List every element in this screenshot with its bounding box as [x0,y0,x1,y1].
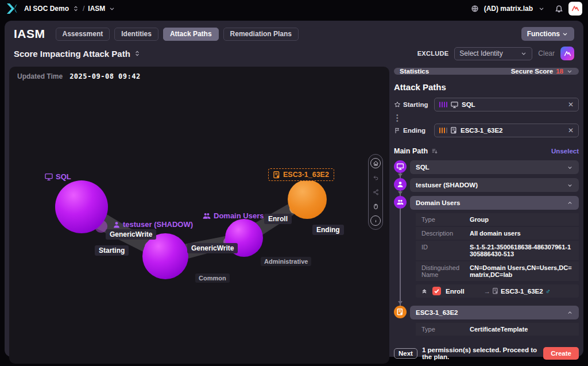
attack-path-graph[interactable]: Updated Time 2025-09-08 09:42 SQL testus… [9,67,389,364]
company-logo-icon[interactable] [6,3,18,14]
edge-label-enroll[interactable]: Enroll [264,214,292,224]
avatar[interactable] [560,47,574,60]
header-row: IASM Assessment Identities Attack Paths … [9,25,579,43]
detail-row-distinguished-name: Distinguished Name CN=Domain Users,CN=Us… [416,261,579,281]
chevron-down-icon[interactable] [567,182,573,188]
path-row-sql-label: SQL [416,164,430,171]
severity-bars-icon [439,128,447,133]
ending-node-value: ESC3-1_63E2 [461,127,503,134]
attack-paths-title: Attack Paths [394,82,579,92]
node-label-testuser-text: testuser (SHADOW) [123,220,193,229]
node-sql[interactable] [55,180,108,233]
permission-checkbox[interactable] [432,287,441,295]
arrow-right-icon: → [484,288,491,295]
ending-badge: Ending [312,225,344,235]
path-row-sql[interactable]: SQL [410,160,579,174]
org-name[interactable]: AI SOC Demo [24,5,69,13]
esc3-details: Type CertificateTemplate [416,323,579,336]
double-chevron-up-icon[interactable] [421,288,428,295]
severity-bars-icon [439,102,447,107]
mouse-mode-button[interactable] [370,201,381,211]
user-node-icon [394,178,407,191]
node-label-esc3[interactable]: ESC3-1_63E2 [268,168,334,181]
chevron-up-icon[interactable] [567,310,573,316]
view-sort-icon[interactable] [134,50,141,57]
node-label-sql-text: SQL [56,172,71,181]
node-esc3[interactable] [288,180,327,219]
node-label-sql[interactable]: SQL [45,172,71,181]
tab-remediation-plans[interactable]: Remediation Plans [223,28,299,41]
app-switcher-chevron-icon[interactable] [109,5,115,12]
sidebar-footer: Next 1 permission(s) selected. Proceed t… [394,343,579,361]
unselect-button[interactable]: Unselect [551,148,579,155]
starting-clear-icon[interactable]: ✕ [568,101,574,108]
notifications-bell-icon[interactable] [555,5,563,13]
layout-button[interactable] [370,187,381,197]
info-icon [373,218,379,224]
path-row-testuser[interactable]: testuser (SHADOW) [410,178,579,192]
clear-button[interactable]: Clear [538,49,555,57]
globe-icon [471,5,479,13]
swap-dots-icon[interactable]: ••• [396,114,579,122]
content-card: IASM Assessment Identities Attack Paths … [5,21,583,357]
timeline-arrow-icon [398,191,403,195]
view-title: Score Impacting Attack Path [14,49,141,59]
detail-key: Type [421,326,470,333]
detail-row-type: Type Group [416,213,579,226]
info-button[interactable] [370,215,381,226]
chevron-down-icon[interactable] [567,164,573,171]
domain-chevron-icon[interactable] [538,5,545,12]
page-title: IASM [14,27,45,41]
node-testuser[interactable] [142,233,188,279]
create-button[interactable]: Create [543,347,579,360]
tab-bar: Assessment Identities Attack Paths Remed… [56,28,299,41]
group-node-icon [394,196,407,209]
next-button[interactable]: Next [394,348,417,359]
tab-attack-paths[interactable]: Attack Paths [163,28,219,41]
ending-node-input[interactable]: ESC3-1_63E2 ✕ [434,124,579,137]
chevron-up-icon[interactable] [567,200,573,206]
node-label-domain-users[interactable]: Domain Users [203,211,264,220]
detail-key: Description [421,230,470,237]
detail-row-type: Type CertificateTemplate [416,323,579,336]
exclude-label: EXCLUDE [417,50,449,57]
starting-badge: Starting [95,245,129,256]
share-path-icon [373,189,379,195]
updated-time-value: 2025-09-08 09:42 [69,72,141,80]
edge-label-genericwrite-1[interactable]: GenericWrite [106,229,156,240]
male-symbol-icon: ♂ [546,287,551,295]
functions-button[interactable]: Functions [521,27,574,41]
org-switcher-icon[interactable] [72,5,79,12]
breadcrumb-separator: / [83,5,84,13]
footer-message: 1 permission(s) selected. Proceed to the… [422,346,539,360]
permission-row-enroll[interactable]: Enroll → ESC3-1_63E2 ♂ [416,284,579,298]
path-row-esc3[interactable]: ESC3-1_63E2 [410,306,579,319]
edge-label-genericwrite-2[interactable]: GenericWrite [187,243,238,253]
updated-time-label: Updated Time [17,72,63,80]
tab-identities[interactable]: Identities [114,28,158,41]
product-logo-badge[interactable] [568,2,582,16]
node-label-testuser[interactable]: testuser (SHADOW) [113,220,193,229]
undo-button[interactable] [370,172,381,183]
starting-row: Starting SQL ✕ [394,98,579,111]
app-name[interactable]: IASM [88,5,105,13]
node-label-esc3-text: ESC3-1_63E2 [283,171,329,179]
starting-node-input[interactable]: SQL ✕ [434,98,579,111]
identity-select[interactable]: Select Identity [454,47,532,60]
graph-toolbar [368,154,383,230]
ending-clear-icon[interactable]: ✕ [568,127,574,134]
functions-chevron-icon [562,30,568,37]
tab-assessment[interactable]: Assessment [56,28,110,41]
ending-label: Ending [394,127,430,134]
graph-canvas[interactable] [9,67,389,364]
statistics-chevron-icon[interactable] [566,68,573,75]
path-row-domain-users[interactable]: Domain Users [410,196,579,210]
detail-key: Distinguished Name [421,264,470,278]
statistics-bar[interactable]: Statistics Secure Score 18 [394,68,579,75]
path-row-testuser-label: testuser (SHADOW) [416,182,478,188]
path-sort-icon[interactable] [431,148,438,155]
certificate-icon [451,127,457,134]
home-view-button[interactable] [370,158,381,168]
domain-selector[interactable]: (AD) matrix.lab [484,5,533,13]
user-icon [113,221,120,228]
